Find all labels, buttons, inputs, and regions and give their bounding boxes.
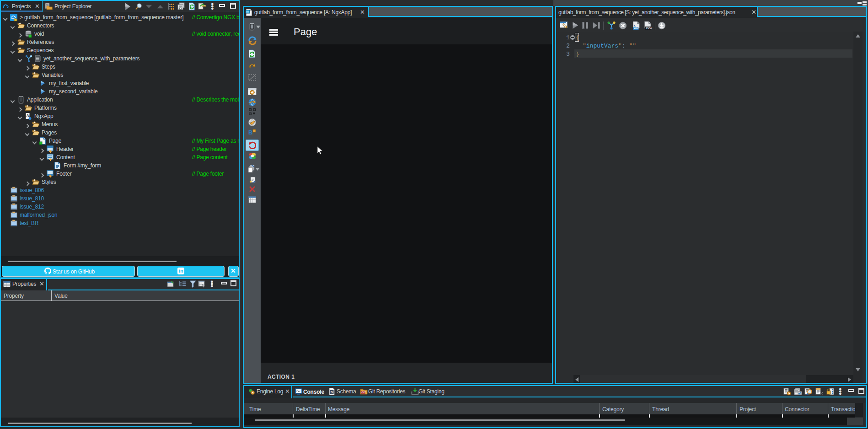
- svg-text:A,: A,: [26, 113, 30, 118]
- svg-text:S: S: [331, 390, 333, 394]
- svg-text:B: B: [248, 129, 252, 136]
- svg-text:xml: xml: [633, 27, 638, 30]
- svg-text:JSON: JSON: [646, 27, 652, 30]
- svg-text:GIT: GIT: [362, 391, 366, 394]
